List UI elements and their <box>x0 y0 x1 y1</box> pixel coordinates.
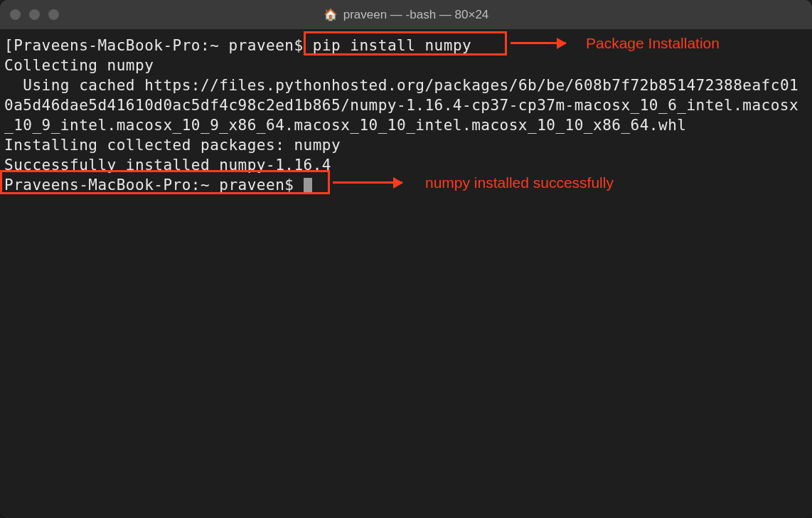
minimize-button[interactable] <box>29 9 40 20</box>
prompt-text: Praveens-MacBook-Pro:~ praveen$ <box>4 176 304 194</box>
command-text: pip install numpy <box>313 37 471 54</box>
terminal-line: Successfully installed numpy-1.16.4 <box>4 155 808 175</box>
terminal-window: 🏠 praveen — -bash — 80×24 [Praveens-MacB… <box>0 0 812 518</box>
prompt-text: Praveens-MacBook-Pro:~ praveen$ <box>14 37 313 54</box>
window-title: 🏠 praveen — -bash — 80×24 <box>324 8 489 22</box>
terminal-line: Collecting numpy <box>4 56 808 75</box>
terminal-content[interactable]: [Praveens-MacBook-Pro:~ praveen$ pip ins… <box>0 30 812 518</box>
titlebar[interactable]: 🏠 praveen — -bash — 80×24 <box>0 0 812 30</box>
maximize-button[interactable] <box>48 9 59 20</box>
close-button[interactable] <box>10 9 21 20</box>
home-icon: 🏠 <box>324 8 338 21</box>
cursor <box>304 178 312 194</box>
terminal-line: Using cached https://files.pythonhosted.… <box>4 75 808 135</box>
terminal-line: Praveens-MacBook-Pro:~ praveen$ <box>4 175 808 195</box>
terminal-line: Installing collected packages: numpy <box>4 135 808 155</box>
window-controls <box>10 9 59 20</box>
terminal-line: [Praveens-MacBook-Pro:~ praveen$ pip ins… <box>4 36 808 56</box>
title-text: praveen — -bash — 80×24 <box>343 8 489 22</box>
